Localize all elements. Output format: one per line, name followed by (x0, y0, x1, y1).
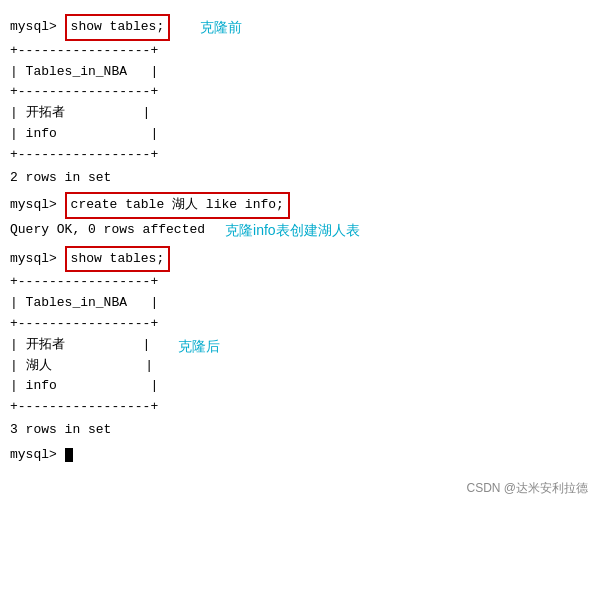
count-before: 2 rows in set (10, 168, 594, 189)
watermark: CSDN @达米安利拉德 (0, 476, 604, 497)
query-ok-line: Query OK, 0 rows affected 克隆info表创建湖人表 (10, 219, 594, 241)
prompt-line-1: mysql> show tables; 克隆前 (10, 14, 594, 41)
section-after: mysql> show tables; +-----------------+ … (10, 246, 594, 441)
row-after-0: | 开拓者 | (10, 335, 158, 356)
prompt-1: mysql> (10, 17, 65, 38)
rows-after-col: | 开拓者 | | 湖人 | | info | (10, 335, 158, 397)
prompt-2: mysql> (10, 195, 65, 216)
prompt-line-3: mysql> show tables; (10, 246, 594, 273)
table-divider-2: +-----------------+ (10, 314, 594, 335)
prompt-line-2: mysql> create table 湖人 like info; (10, 192, 594, 219)
terminal: mysql> show tables; 克隆前 +---------------… (0, 8, 604, 476)
annotation-clone: 克隆info表创建湖人表 (225, 219, 360, 241)
table-border-bottom-2: +-----------------+ (10, 397, 594, 418)
cmd-box-2: create table 湖人 like info; (65, 192, 290, 219)
table-col-header-1: | Tables_in_NBA | (10, 62, 594, 83)
row-after-2: | info | (10, 376, 158, 397)
count-after: 3 rows in set (10, 420, 594, 441)
table-col-header-2: | Tables_in_NBA | (10, 293, 594, 314)
row-before-0: | 开拓者 | (10, 103, 594, 124)
section-create: mysql> create table 湖人 like info; Query … (10, 192, 594, 241)
cmd-box-1: show tables; (65, 14, 171, 41)
table-border-top-1: +-----------------+ (10, 41, 594, 62)
query-ok-text: Query OK, 0 rows affected (10, 220, 205, 241)
rows-after-wrapper: | 开拓者 | | 湖人 | | info | 克隆后 (10, 335, 594, 397)
prompt-line-4: mysql> (10, 445, 594, 466)
table-border-top-2: +-----------------+ (10, 272, 594, 293)
section-before: mysql> show tables; 克隆前 +---------------… (10, 14, 594, 188)
cmd-box-3: show tables; (65, 246, 171, 273)
row-after-1: | 湖人 | (10, 356, 158, 377)
annotation-after: 克隆后 (178, 335, 220, 357)
table-divider-1: +-----------------+ (10, 82, 594, 103)
prompt-3: mysql> (10, 249, 65, 270)
row-before-1: | info | (10, 124, 594, 145)
cursor (65, 448, 73, 462)
prompt-4: mysql> (10, 445, 65, 466)
table-border-bottom-1: +-----------------+ (10, 145, 594, 166)
section-final-prompt: mysql> (10, 445, 594, 466)
annotation-before: 克隆前 (200, 16, 242, 38)
